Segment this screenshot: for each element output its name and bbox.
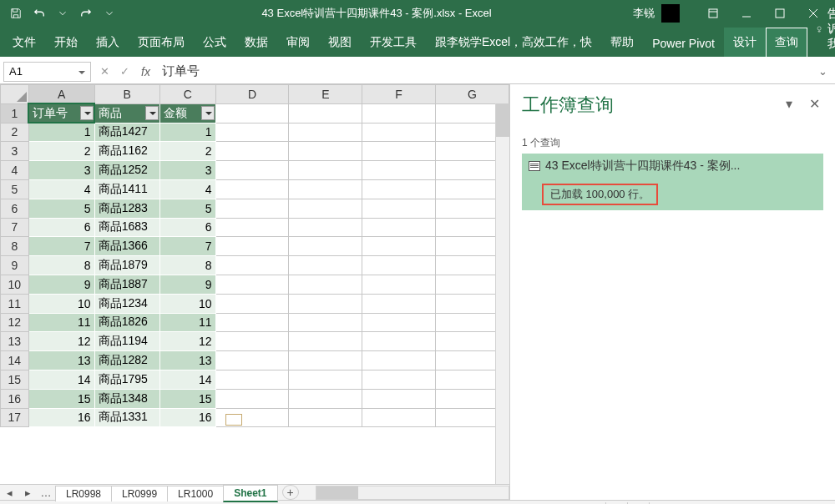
tab-design[interactable]: 设计 [724,28,766,57]
qat-customize-icon[interactable] [99,3,120,24]
sheet-nav-prev-icon[interactable]: ◂ [0,485,18,500]
table-row[interactable]: 11 10 商品1234 10 [1,294,509,313]
cell[interactable]: 4 [159,179,215,199]
tab-formulas[interactable]: 公式 [194,28,235,57]
cell[interactable]: 商品1194 [94,332,159,351]
cell[interactable]: 2 [159,142,215,161]
cell[interactable]: 6 [159,218,215,237]
cell[interactable]: 商品1366 [94,237,159,256]
table-row[interactable]: 5 4 商品1411 4 [1,179,509,199]
cell[interactable]: 7 [159,237,215,256]
table-row[interactable]: 4 3 商品1252 3 [1,161,509,180]
table-row[interactable]: 15 14 商品1795 14 [1,370,509,389]
row-header[interactable]: 1 [1,103,29,123]
row-header[interactable]: 4 [1,161,29,180]
table-row[interactable]: 3 2 商品1162 2 [1,142,509,161]
row-header[interactable]: 13 [1,332,29,351]
table-row[interactable]: 9 8 商品1879 8 [1,256,509,275]
cell[interactable]: 11 [159,313,215,332]
cell[interactable]: 12 [28,332,94,351]
row-header[interactable]: 14 [1,351,29,370]
sheet-tab[interactable]: LR1000 [167,486,224,501]
col-header-a[interactable]: A [28,85,94,104]
cell[interactable]: 商品1826 [94,313,159,332]
row-header[interactable]: 10 [1,275,29,294]
cell[interactable]: 1 [159,123,215,142]
tab-file[interactable]: 文件 [3,28,45,57]
cell[interactable]: 10 [159,294,215,313]
cell[interactable]: 13 [159,351,215,370]
tab-power-pivot[interactable]: Power Pivot [643,29,724,57]
filter-dropdown-icon[interactable] [145,106,159,120]
sheet-tab[interactable]: LR0998 [55,486,112,501]
cell[interactable]: 商品1887 [94,275,159,294]
tab-view[interactable]: 视图 [319,28,361,57]
cell[interactable]: 14 [159,370,215,389]
cell[interactable]: 2 [28,142,94,161]
tab-page-layout[interactable]: 页面布局 [129,28,194,57]
cell[interactable]: 11 [28,313,94,332]
col-header-e[interactable]: E [289,85,362,104]
cell[interactable]: 商品1683 [94,218,159,237]
cell[interactable]: 10 [28,294,94,313]
cell[interactable]: 8 [159,256,215,275]
maximize-icon[interactable] [763,1,797,26]
tab-developer[interactable]: 开发工具 [361,28,426,57]
account-user[interactable]: 李锐 [633,4,680,23]
cell[interactable]: 15 [28,389,94,408]
undo-icon[interactable] [28,3,50,24]
row-header[interactable]: 9 [1,256,29,275]
tab-query[interactable]: 查询 [766,28,807,57]
minimize-icon[interactable] [730,1,763,26]
enter-formula-icon[interactable]: ✓ [114,62,134,82]
table-row[interactable]: 2 1 商品1427 1 [1,123,509,142]
col-header-c[interactable]: C [159,85,215,104]
row-header[interactable]: 3 [1,142,29,161]
filter-dropdown-icon[interactable] [80,106,94,120]
tab-review[interactable]: 审阅 [277,28,319,57]
formula-input[interactable]: 订单号 [157,62,818,81]
tab-home[interactable]: 开始 [45,28,87,57]
paste-options-icon[interactable] [225,414,242,426]
table-row[interactable]: 8 7 商品1366 7 [1,237,509,256]
table-row[interactable]: 16 15 商品1348 15 [1,389,509,408]
col-header-d[interactable]: D [215,85,289,104]
cell[interactable]: 6 [28,218,94,237]
sheet-more[interactable]: … [37,485,55,500]
pane-menu-icon[interactable]: ▾ [786,96,792,112]
table-row[interactable]: 10 9 商品1887 9 [1,275,509,294]
redo-icon[interactable] [75,3,97,24]
row-header[interactable]: 2 [1,123,29,142]
cell[interactable]: 16 [159,408,215,427]
cell[interactable]: 商品1411 [94,179,159,199]
select-all-corner[interactable] [1,85,29,104]
table-row[interactable]: 14 13 商品1282 13 [1,351,509,370]
cell[interactable]: 商品1331 [94,408,159,427]
grid-table[interactable]: A B C D E F G 1 订单号 商品 金额 2 1 商品1427 1 [0,84,509,427]
cell[interactable]: 14 [28,370,94,389]
cell[interactable]: 16 [28,408,94,427]
row-header[interactable]: 11 [1,294,29,313]
cell[interactable]: 商品1234 [94,294,159,313]
row-header[interactable]: 7 [1,218,29,237]
row-header[interactable]: 15 [1,370,29,389]
table-row[interactable]: 6 5 商品1283 5 [1,199,509,218]
cell[interactable]: 商品1427 [94,123,159,142]
undo-dropdown-icon[interactable] [52,3,73,24]
fx-icon[interactable]: fx [141,65,150,78]
cell[interactable]: 商品1879 [94,256,159,275]
cell[interactable]: 商品1795 [94,370,159,389]
filter-dropdown-icon[interactable] [201,106,215,120]
table-row[interactable]: 13 12 商品1194 12 [1,332,509,351]
name-box[interactable]: A1 [3,62,91,82]
row-header[interactable]: 17 [1,408,29,427]
table-row[interactable]: 7 6 商品1683 6 [1,218,509,237]
expand-formula-icon[interactable]: ⌄ [818,65,835,78]
ribbon-options-icon[interactable] [696,1,730,26]
cancel-formula-icon[interactable]: ✕ [94,62,114,82]
tab-data[interactable]: 数据 [235,28,277,57]
cell[interactable]: 商品1348 [94,389,159,408]
vertical-scrollbar[interactable] [495,103,509,484]
horizontal-scrollbar[interactable] [316,486,510,500]
sheet-tab-active[interactable]: Sheet1 [223,485,277,502]
